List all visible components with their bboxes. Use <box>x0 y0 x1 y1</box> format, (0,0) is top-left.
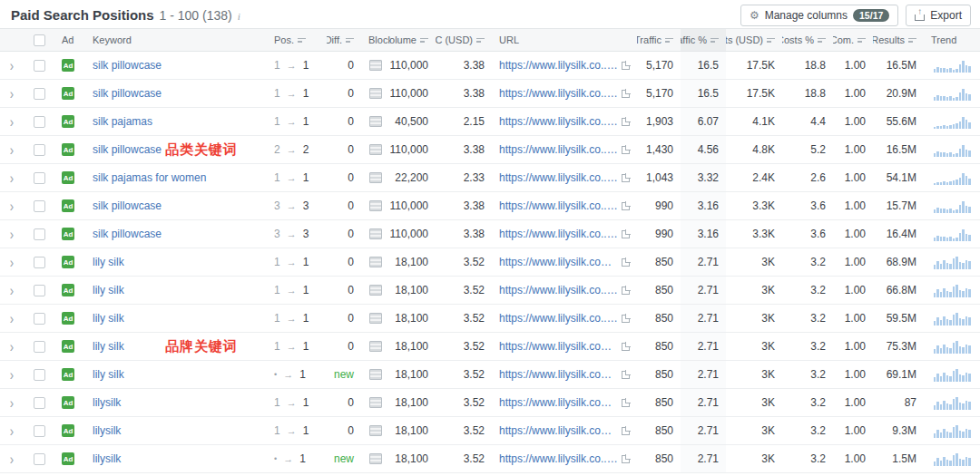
url-link[interactable]: https://www.lilysilk.com/sg <box>499 340 618 353</box>
url-link[interactable]: https://www.lilysilk.co... en.html <box>499 115 618 128</box>
sort-icon[interactable] <box>476 37 485 44</box>
keyword-link[interactable]: silk pillowcase <box>93 143 162 156</box>
ad-badge-icon[interactable]: Ad <box>62 143 74 156</box>
export-button[interactable]: Export <box>906 5 971 26</box>
row-checkbox[interactable] <box>34 144 45 156</box>
row-checkbox[interactable] <box>34 397 45 409</box>
expand-chevron-icon[interactable]: › <box>10 393 14 412</box>
expand-chevron-icon[interactable]: › <box>10 84 14 102</box>
url-link[interactable]: https://www.lilysilk.com/ca/ <box>499 256 618 268</box>
external-link-icon[interactable] <box>622 399 630 407</box>
column-header-diff[interactable]: Diff. <box>327 29 361 51</box>
external-link-icon[interactable] <box>622 202 630 210</box>
column-header-com[interactable]: Com. <box>833 29 873 51</box>
url-link[interactable]: https://www.lilysilk.com/ca <box>499 424 618 437</box>
serp-block-icon[interactable] <box>369 88 382 99</box>
keyword-link[interactable]: lily silk <box>93 256 124 268</box>
column-header-costs[interactable]: Costs (USD) <box>726 29 782 51</box>
serp-block-icon[interactable] <box>369 172 382 183</box>
expand-chevron-icon[interactable]: › <box>10 365 14 384</box>
ad-badge-icon[interactable]: Ad <box>62 312 74 325</box>
keyword-link[interactable]: silk pillowcase <box>93 59 162 72</box>
row-checkbox[interactable] <box>34 228 45 240</box>
keyword-link[interactable]: lily silk <box>93 312 124 325</box>
row-checkbox[interactable] <box>34 257 45 268</box>
ad-badge-icon[interactable]: Ad <box>62 424 74 437</box>
serp-block-icon[interactable] <box>369 369 382 380</box>
expand-chevron-icon[interactable]: › <box>10 141 14 159</box>
ad-badge-icon[interactable]: Ad <box>62 228 74 240</box>
external-link-icon[interactable] <box>622 118 630 126</box>
url-link[interactable]: https://www.lilysilk.co... es.html <box>499 228 618 240</box>
external-link-icon[interactable] <box>622 287 630 295</box>
external-link-icon[interactable] <box>622 90 630 98</box>
ad-badge-icon[interactable]: Ad <box>62 368 74 381</box>
sort-icon[interactable] <box>908 37 916 44</box>
sort-icon[interactable] <box>420 37 428 44</box>
external-link-icon[interactable] <box>622 315 630 323</box>
sort-icon[interactable] <box>346 37 354 44</box>
sort-icon[interactable] <box>767 37 775 44</box>
row-checkbox[interactable] <box>34 453 45 465</box>
ad-badge-icon[interactable]: Ad <box>62 87 74 100</box>
serp-block-icon[interactable] <box>369 60 382 71</box>
row-checkbox[interactable] <box>34 60 45 72</box>
expand-chevron-icon[interactable]: › <box>10 253 14 271</box>
serp-block-icon[interactable] <box>369 285 382 296</box>
row-checkbox[interactable] <box>34 425 45 437</box>
keyword-link[interactable]: lily silk <box>93 368 124 381</box>
expand-chevron-icon[interactable]: › <box>10 422 14 440</box>
ad-badge-icon[interactable]: Ad <box>62 171 74 184</box>
expand-chevron-icon[interactable]: › <box>10 337 14 355</box>
serp-block-icon[interactable] <box>369 200 382 211</box>
manage-columns-button[interactable]: ⚙ Manage columns 15/17 <box>740 5 898 26</box>
external-link-icon[interactable] <box>622 343 630 351</box>
ad-badge-icon[interactable]: Ad <box>62 256 74 268</box>
external-link-icon[interactable] <box>622 62 630 70</box>
expand-chevron-icon[interactable]: › <box>10 112 14 131</box>
url-link[interactable]: https://www.lilysilk.com/ca/ <box>499 396 618 409</box>
external-link-icon[interactable] <box>622 174 630 182</box>
column-header-results[interactable]: Results <box>873 29 924 51</box>
ad-badge-icon[interactable]: Ad <box>62 199 74 212</box>
row-checkbox[interactable] <box>34 285 45 296</box>
ad-badge-icon[interactable]: Ad <box>62 340 74 353</box>
expand-chevron-icon[interactable]: › <box>10 309 14 327</box>
url-link[interactable]: https://www.lilysilk.co... es.html <box>499 59 618 72</box>
external-link-icon[interactable] <box>622 146 630 154</box>
row-checkbox[interactable] <box>34 200 45 212</box>
serp-block-icon[interactable] <box>369 116 382 127</box>
serp-block-icon[interactable] <box>369 257 382 267</box>
select-all-checkbox[interactable] <box>34 34 45 46</box>
ad-badge-icon[interactable]: Ad <box>62 452 74 465</box>
ad-badge-icon[interactable]: Ad <box>62 284 74 296</box>
expand-chevron-icon[interactable]: › <box>10 56 14 74</box>
keyword-link[interactable]: silk pillowcase <box>93 228 162 240</box>
serp-block-icon[interactable] <box>369 341 382 352</box>
sort-icon[interactable] <box>665 37 673 44</box>
row-checkbox[interactable] <box>34 341 45 353</box>
sort-icon[interactable] <box>710 37 719 44</box>
column-header-volume[interactable]: Volume <box>390 29 436 51</box>
external-link-icon[interactable] <box>622 455 630 463</box>
row-checkbox[interactable] <box>34 172 45 184</box>
column-header-traffic[interactable]: Traffic <box>637 29 681 51</box>
keyword-link[interactable]: lilysilk <box>93 396 121 409</box>
expand-chevron-icon[interactable]: › <box>10 281 14 299</box>
keyword-link[interactable]: silk pillowcase <box>93 87 162 100</box>
serp-block-icon[interactable] <box>369 144 382 155</box>
external-link-icon[interactable] <box>622 258 630 267</box>
ad-badge-icon[interactable]: Ad <box>62 59 74 72</box>
serp-block-icon[interactable] <box>369 228 382 239</box>
url-link[interactable]: https://www.lilysilk.co... omen-us <box>499 452 618 465</box>
sort-icon[interactable] <box>818 37 826 44</box>
keyword-link[interactable]: silk pillowcase <box>93 199 162 212</box>
column-header-costs_pct[interactable]: Costs % <box>782 29 833 51</box>
serp-block-icon[interactable] <box>369 425 382 436</box>
expand-chevron-icon[interactable]: › <box>10 450 14 468</box>
url-link[interactable]: https://www.lilysilk.com/ca <box>499 368 618 381</box>
row-checkbox[interactable] <box>34 369 45 381</box>
sort-icon[interactable] <box>858 37 866 44</box>
row-checkbox[interactable] <box>34 88 45 100</box>
url-link[interactable]: https://www.lilysilk.co... omen-us <box>499 284 618 296</box>
